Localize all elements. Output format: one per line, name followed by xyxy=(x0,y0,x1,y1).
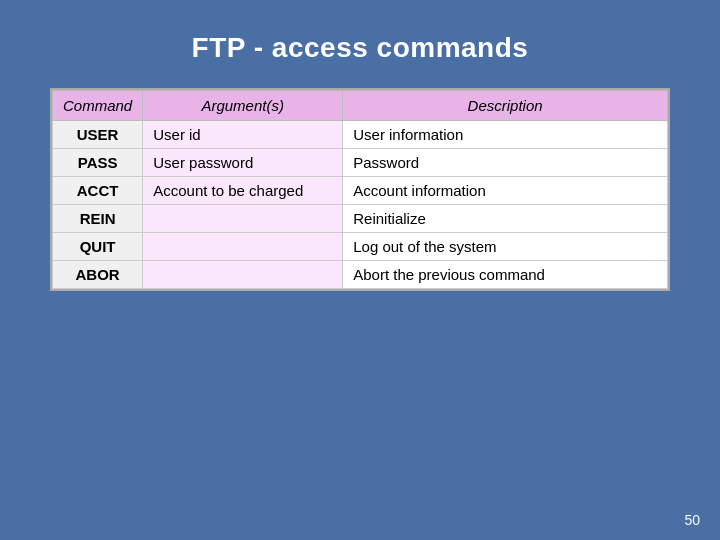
col-header-arguments: Argument(s) xyxy=(143,91,343,121)
table-row: ACCTAccount to be chargedAccount informa… xyxy=(53,177,668,205)
cell-3-0: REIN xyxy=(53,205,143,233)
cell-5-0: ABOR xyxy=(53,261,143,289)
cell-0-0: USER xyxy=(53,121,143,149)
cell-0-2: User information xyxy=(343,121,668,149)
cell-3-2: Reinitialize xyxy=(343,205,668,233)
table-row: QUITLog out of the system xyxy=(53,233,668,261)
table-row: ABORAbort the previous command xyxy=(53,261,668,289)
cell-0-1: User id xyxy=(143,121,343,149)
table-row: REINReinitialize xyxy=(53,205,668,233)
cell-5-2: Abort the previous command xyxy=(343,261,668,289)
cell-1-0: PASS xyxy=(53,149,143,177)
cell-1-2: Password xyxy=(343,149,668,177)
table-row: USERUser idUser information xyxy=(53,121,668,149)
page-title: FTP - access commands xyxy=(192,32,529,64)
cell-5-1 xyxy=(143,261,343,289)
cell-3-1 xyxy=(143,205,343,233)
cell-4-0: QUIT xyxy=(53,233,143,261)
col-header-command: Command xyxy=(53,91,143,121)
cell-1-1: User password xyxy=(143,149,343,177)
cell-2-0: ACCT xyxy=(53,177,143,205)
table-row: PASSUser passwordPassword xyxy=(53,149,668,177)
table-header-row: Command Argument(s) Description xyxy=(53,91,668,121)
col-header-description: Description xyxy=(343,91,668,121)
slide-number: 50 xyxy=(684,512,700,528)
cell-2-2: Account information xyxy=(343,177,668,205)
ftp-commands-table: Command Argument(s) Description USERUser… xyxy=(50,88,670,291)
cell-4-1 xyxy=(143,233,343,261)
cell-2-1: Account to be charged xyxy=(143,177,343,205)
cell-4-2: Log out of the system xyxy=(343,233,668,261)
